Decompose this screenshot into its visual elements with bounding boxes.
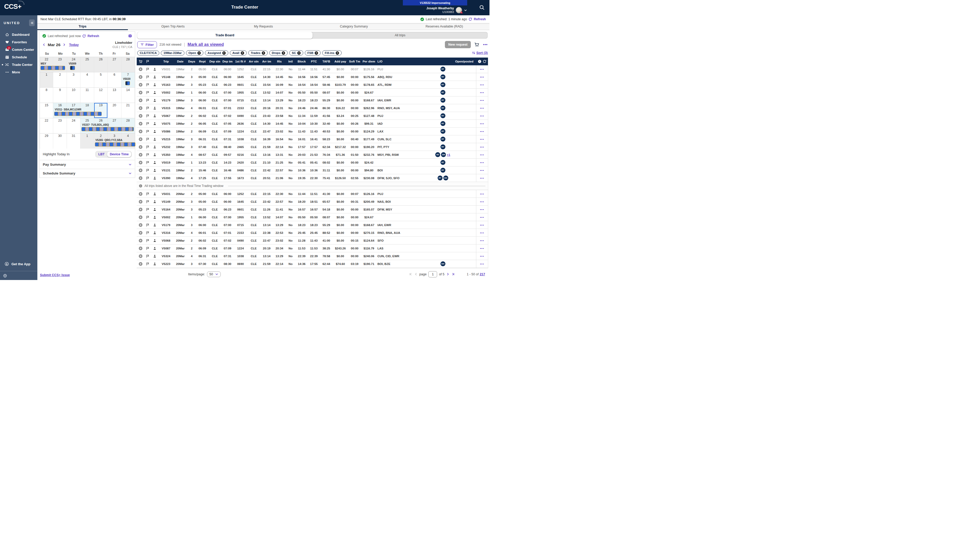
filter-chip-trades[interactable]: Trades✕ <box>248 50 268 55</box>
prev-page-button[interactable] <box>414 272 418 276</box>
trip-bar[interactable] <box>54 112 102 116</box>
flag-trip-icon[interactable] <box>144 114 151 118</box>
flag-trip-icon[interactable] <box>144 200 151 203</box>
filter-chip-open[interactable]: Open✕ <box>186 50 203 55</box>
trip-row-V5031-19mar[interactable]: V503119Mar205:00CLE06:001252CLE22:1522:3… <box>137 65 488 73</box>
trip-bar[interactable] <box>40 66 65 70</box>
tab-my-requests[interactable]: My Requests <box>218 23 309 30</box>
next-page-button[interactable] <box>446 272 449 276</box>
tab-trips[interactable]: Trips <box>37 23 128 30</box>
add-trip-icon[interactable] <box>137 75 144 79</box>
add-trip-icon[interactable] <box>137 67 144 71</box>
calendar-day-11[interactable]: 11 <box>80 88 94 103</box>
filter-chip-fill-ins[interactable]: Fill-ins✕ <box>322 50 342 55</box>
column-header-1st-flt[interactable]: 1st flt # <box>234 60 247 63</box>
flag-trip-icon[interactable] <box>144 215 151 219</box>
row-menu-button[interactable]: ••• <box>480 200 484 203</box>
column-header-rls[interactable]: Rls <box>273 60 286 63</box>
calendar-refresh-button[interactable]: Refresh <box>87 34 99 38</box>
row-menu-button[interactable]: ••• <box>480 130 484 133</box>
column-header-add-pay[interactable]: Add pay <box>333 60 348 63</box>
row-menu-button[interactable]: ••• <box>480 239 484 242</box>
trip-row-V5086-19mar[interactable]: V508619Mar206:09CLE07:091224CLE22:4723:0… <box>137 128 488 135</box>
filter-chip-avail[interactable]: Avail✕ <box>230 50 247 55</box>
add-trip-icon[interactable] <box>137 129 144 133</box>
refresh-button[interactable]: Refresh <box>474 17 486 21</box>
flag-trip-icon[interactable] <box>144 231 151 235</box>
row-menu-button[interactable]: ••• <box>480 91 484 94</box>
add-trip-icon[interactable] <box>137 98 144 102</box>
flag-trip-icon[interactable] <box>144 83 151 87</box>
board-menu-button[interactable]: ••• <box>483 43 488 47</box>
remove-chip-icon[interactable]: ✕ <box>297 51 301 55</box>
last-page-button[interactable] <box>451 272 455 276</box>
trip-row-V5350-19mar[interactable]: V535019Mar408:57CLE09:570216CLE13:1613:3… <box>137 151 488 159</box>
trip-row-V5232-19mar[interactable]: V523219Mar307:40CLE08:402465CLE21:5922:1… <box>137 143 488 151</box>
row-menu-button[interactable]: ••• <box>480 231 484 234</box>
remove-chip-icon[interactable]: ✕ <box>282 51 285 55</box>
refresh-icon[interactable] <box>483 60 486 63</box>
tab-category-summary[interactable]: Category Summary <box>309 23 399 30</box>
flag-trip-icon[interactable] <box>144 168 151 172</box>
row-menu-button[interactable]: ••• <box>480 216 484 219</box>
flag-trip-icon[interactable] <box>144 98 151 102</box>
add-trip-icon[interactable] <box>137 215 144 219</box>
calendar-day-30[interactable]: 30 <box>53 133 67 148</box>
trip-row-V5179-19mar[interactable]: V517919Mar306:00CLE07:000715CLE13:1413:2… <box>137 97 488 104</box>
row-menu-button[interactable]: ••• <box>480 122 484 125</box>
page-number-input[interactable] <box>428 271 437 277</box>
trip-row-V5031-20mar[interactable]: V503120Mar205:00CLE06:001252CLE22:1522:3… <box>137 190 488 198</box>
globe-icon[interactable] <box>3 274 7 278</box>
calendar-day-1[interactable]: 1 <box>40 72 53 87</box>
sidebar-item-trade-center[interactable]: Trade Center <box>0 61 37 68</box>
calendar-day-9[interactable]: 9 <box>53 88 67 103</box>
trip-bar[interactable] <box>95 142 135 147</box>
trip-row-V5149-20mar[interactable]: V514920Mar305:00CLE06:001645CLE22:4222:5… <box>137 198 488 206</box>
calendar-day-10[interactable]: 10 <box>67 88 80 103</box>
row-menu-button[interactable]: ••• <box>480 208 484 211</box>
pay-summary-section[interactable]: Pay Summary <box>40 160 135 169</box>
calendar-day-1[interactable]: 1 <box>80 133 94 148</box>
sidebar-item-more[interactable]: More <box>0 68 37 76</box>
filter-chip-19mar-31mar[interactable]: 19Mar-31Mar <box>161 50 184 55</box>
column-header-intl[interactable]: Intl <box>286 60 296 63</box>
calendar-day-24[interactable]: 24 <box>67 118 80 133</box>
calendar-day-2[interactable]: 2 <box>53 72 67 87</box>
remove-chip-icon[interactable]: ✕ <box>262 51 265 55</box>
column-header-arr-stn[interactable]: Arr stn <box>247 60 260 63</box>
mark-all-viewed-link[interactable]: Mark all as viewed <box>187 42 224 47</box>
add-trip-icon[interactable] <box>137 254 144 258</box>
calendar-day-3[interactable]: 3 <box>67 72 80 87</box>
calendar-day-23[interactable]: 23 <box>53 118 67 133</box>
trip-row-V5390-19mar[interactable]: V539019Mar417:25CLE17:551673CLE20:5121:0… <box>137 174 488 182</box>
sidebar-item-comm-center[interactable]: 2Comm Center <box>0 46 37 53</box>
trip-bar[interactable] <box>125 81 130 85</box>
row-menu-button[interactable]: ••• <box>480 83 484 86</box>
first-page-button[interactable] <box>409 272 413 276</box>
add-trip-icon[interactable] <box>137 90 144 95</box>
column-header-l-o[interactable]: L/O <box>376 60 409 63</box>
column-header-soft-tm[interactable]: Soft Tm <box>348 60 361 63</box>
row-menu-button[interactable]: ••• <box>480 177 484 180</box>
refresh-icon[interactable] <box>82 34 86 38</box>
sidebar-item-dashboard[interactable]: Dashboard <box>0 31 37 38</box>
trip-row-V5075-19mar[interactable]: V507519Mar206:05CLE07:052636CLE14:3014:4… <box>137 120 488 128</box>
row-menu-button[interactable]: ••• <box>480 99 484 102</box>
filter-chip-assigned[interactable]: Assigned✕ <box>205 50 228 55</box>
flag-trip-icon[interactable] <box>144 192 151 196</box>
calendar-day-26[interactable]: 26 <box>94 57 108 72</box>
flag-trip-icon[interactable] <box>144 176 151 180</box>
row-menu-button[interactable]: ••• <box>480 262 484 265</box>
calendar-day-29[interactable]: 29 <box>40 133 53 148</box>
toggle-lbt[interactable]: LBT <box>96 152 107 157</box>
info-icon[interactable] <box>478 60 481 63</box>
add-trip-icon[interactable] <box>137 106 144 110</box>
column-header-dep-tm[interactable]: Dep tm <box>221 60 234 63</box>
user-menu[interactable]: Joseph Weatherby U100883 <box>426 7 467 14</box>
add-trip-icon[interactable] <box>137 238 144 243</box>
calendar-day-25[interactable]: 25 <box>80 57 94 72</box>
trip-row-V5223-20mar[interactable]: V522320Mar307:30CLE08:300690CLE21:5922:1… <box>137 260 488 268</box>
flag-trip-icon[interactable] <box>144 208 151 211</box>
flag-trip-icon[interactable] <box>144 106 151 110</box>
calendar-day-22[interactable]: 22 <box>40 118 53 133</box>
